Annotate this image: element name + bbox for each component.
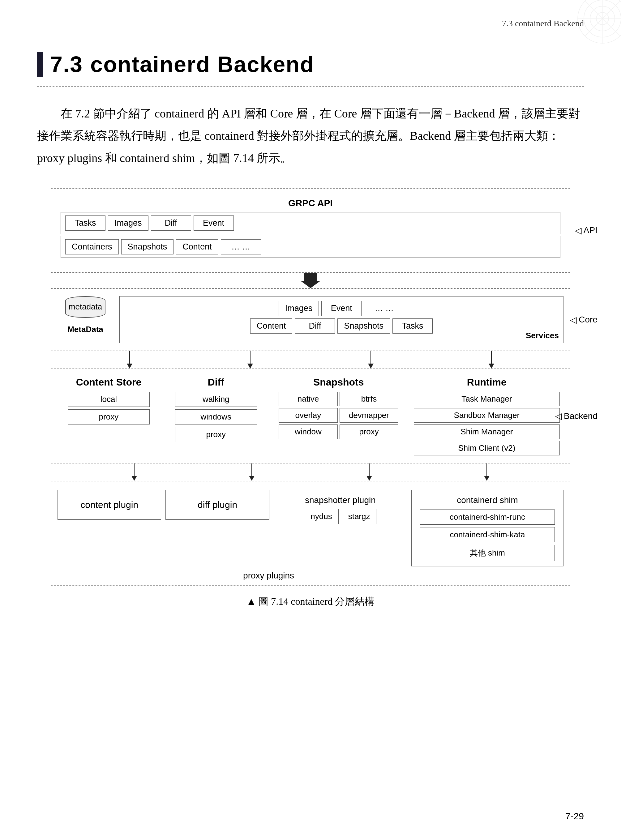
content-plugin-box: content plugin	[58, 490, 161, 520]
backend-side-label: ◁ Backend	[555, 411, 597, 421]
diff-walking: walking	[175, 392, 257, 407]
arrow-to-content-plugin	[132, 463, 137, 481]
diff-plugin-box: diff plugin	[165, 490, 269, 520]
metadata-label-text: metadata	[69, 302, 102, 312]
runtime-shim-client: Shim Client (v2)	[414, 441, 559, 456]
core-snapshots: Snapshots	[338, 318, 390, 334]
content-proxy: proxy	[68, 409, 150, 424]
shim-runc: containerd-shim-runc	[420, 510, 554, 525]
arrow-diff	[247, 351, 253, 369]
api-cell-etc: … …	[221, 239, 261, 254]
arrow-content	[127, 351, 132, 369]
page-header: 7.3 containerd Backend	[37, 18, 584, 33]
plugin-section: content plugin diff plugin snapshotter p…	[51, 481, 570, 586]
core-arrow: ◁	[570, 315, 577, 325]
snap-window: window	[279, 424, 338, 439]
backend-section: Content Store local proxy Diff walking w…	[51, 369, 570, 463]
core-section: metadata MetaData Images Event … … Conte…	[51, 288, 570, 351]
snapshots-grid: native btrfs overlay devmapper window pr…	[279, 392, 398, 439]
api-cell-content: Content	[176, 239, 218, 254]
arrow-to-diff-plugin	[249, 463, 254, 481]
containerd-shim-box: containerd shim containerd-shim-runc con…	[411, 490, 563, 566]
section-title: 7.3	[50, 51, 83, 77]
snapshotter-plugin-box: snapshotter plugin nydus stargz	[274, 490, 407, 529]
section-title-wrapper: 7.3 containerd Backend	[37, 51, 584, 77]
api-cell-diff: Diff	[151, 215, 191, 231]
section-bar	[37, 52, 43, 77]
body-text: 在 7.2 節中介紹了 containerd 的 API 層和 Core 層，在…	[37, 102, 584, 170]
core-content: Content	[250, 318, 292, 334]
content-store-title: Content Store	[76, 377, 142, 388]
content-local: local	[68, 392, 150, 407]
runtime-title: Runtime	[467, 377, 507, 388]
core-images: Images	[279, 301, 319, 316]
content-store-col: Content Store local proxy	[58, 377, 160, 424]
nydus-box: nydus	[304, 509, 338, 524]
snap-native: native	[279, 392, 338, 406]
diff-title: Diff	[208, 377, 224, 388]
core-services-row2: Content Diff Snapshots Tasks	[124, 318, 559, 334]
core-event: Event	[321, 301, 362, 316]
diff-windows: windows	[175, 409, 257, 424]
grpc-api-box: GRPC API Tasks Images Diff Event Contain…	[51, 188, 570, 273]
shim-kata: containerd-shim-kata	[420, 527, 554, 542]
stargz-box: stargz	[342, 509, 377, 524]
runtime-sandbox-manager: Sandbox Manager	[414, 408, 559, 422]
backend-to-plugin-arrows	[51, 463, 570, 481]
metadata-cylinder: metadata	[65, 296, 106, 318]
arrow-to-shim	[484, 463, 489, 481]
api-to-core-arrow	[51, 273, 570, 288]
api-side-label: ◁ API	[575, 225, 597, 235]
api-cell-images: Images	[108, 215, 148, 231]
api-arrow: ◁	[575, 225, 582, 235]
proxy-plugins-label: proxy plugins	[243, 571, 294, 581]
section-title-text: containerd Backend	[90, 51, 314, 77]
snapshots-col: Snapshots native btrfs overlay devmapper…	[272, 377, 405, 439]
runtime-col: Runtime Task Manager Sandbox Manager Shi…	[410, 377, 563, 456]
api-cell-event: Event	[194, 215, 234, 231]
snap-proxy: proxy	[339, 424, 398, 439]
core-tasks: Tasks	[392, 318, 433, 334]
diagram-outer: GRPC API Tasks Images Diff Event Contain…	[37, 188, 584, 608]
diff-col: Diff walking windows proxy	[165, 377, 267, 442]
diff-proxy: proxy	[175, 427, 257, 442]
backend-label-text: Backend	[564, 411, 597, 421]
arrow-to-snapshotter-plugin	[367, 463, 372, 481]
api-row-2: Containers Snapshots Content … …	[61, 236, 560, 258]
page-number: 7-29	[565, 811, 584, 822]
api-cell-containers: Containers	[65, 239, 119, 254]
snapshotter-plugin-label: snapshotter plugin	[305, 495, 376, 505]
runtime-task-manager: Task Manager	[414, 392, 559, 406]
svg-marker-8	[301, 273, 320, 288]
down-arrow-svg	[301, 273, 320, 288]
snapshots-title: Snapshots	[313, 377, 364, 388]
nydus-stargz-row: nydus stargz	[304, 509, 376, 524]
services-label: Services	[526, 331, 559, 341]
figure-caption: ▲ 圖 7.14 containerd 分層結構	[247, 595, 375, 608]
core-side-label: ◁ Core	[570, 315, 597, 325]
shim-other: 其他 shim	[420, 545, 554, 561]
api-label-text: API	[583, 226, 597, 235]
arrow-runtime	[489, 351, 494, 369]
api-row-1: Tasks Images Diff Event	[61, 212, 560, 234]
grpc-label: GRPC API	[61, 198, 560, 208]
api-cell-snapshots: Snapshots	[121, 239, 174, 254]
core-to-backend-arrows	[51, 351, 570, 369]
snap-btrfs: btrfs	[339, 392, 398, 406]
runtime-shim-manager: Shim Manager	[414, 424, 559, 439]
core-label-text: Core	[579, 315, 597, 325]
core-diff: Diff	[295, 318, 335, 334]
arrow-snapshots	[368, 351, 374, 369]
snap-devmapper: devmapper	[339, 408, 398, 422]
core-services-box: Images Event … … Content Diff Snapshots …	[120, 296, 563, 343]
api-cell-tasks: Tasks	[65, 215, 106, 231]
snap-overlay: overlay	[279, 408, 338, 422]
metadata-box: metadata MetaData	[58, 296, 113, 334]
metadata-sub-label: MetaData	[67, 325, 103, 334]
core-etc: … …	[364, 301, 404, 316]
section-divider	[37, 86, 584, 87]
decorative-circles	[553, 0, 621, 68]
containerd-shim-label: containerd shim	[457, 495, 518, 505]
backend-arrow: ◁	[555, 411, 562, 421]
core-services-row1: Images Event … …	[124, 301, 559, 316]
